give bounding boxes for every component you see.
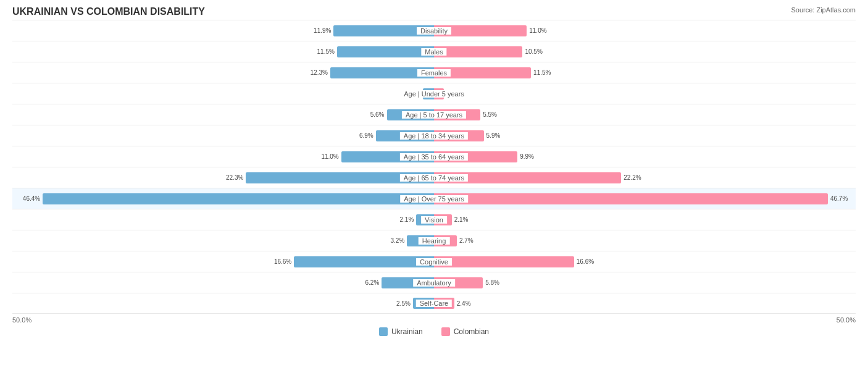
chart-row: 3.2% Hearing 2.7% xyxy=(12,230,856,251)
row-inner: 1.3% Age | Under 5 years 1.2% xyxy=(12,83,856,104)
legend-ukrainian-box xyxy=(379,327,388,336)
chart-row: 5.6% Age | 5 to 17 years 5.5% xyxy=(12,104,856,125)
row-inner: 5.6% Age | 5 to 17 years 5.5% xyxy=(12,104,856,125)
row-inner: 6.2% Ambulatory 5.8% xyxy=(12,272,856,293)
val-left: 22.3% xyxy=(226,174,243,181)
right-section: 10.5% xyxy=(434,41,856,62)
right-section: 11.0% xyxy=(434,20,856,41)
val-right: 22.2% xyxy=(624,174,641,181)
left-section: 6.2% xyxy=(12,272,434,293)
row-label: Age | Under 5 years xyxy=(400,90,468,98)
row-label: Age | Over 75 years xyxy=(400,195,468,203)
row-label: Females xyxy=(417,69,451,77)
row-inner: 6.9% Age | 18 to 34 years 5.9% xyxy=(12,125,856,146)
row-label: Hearing xyxy=(419,237,450,245)
val-right: 11.5% xyxy=(533,69,551,76)
right-section: 5.9% xyxy=(434,125,856,146)
bar-right xyxy=(434,46,522,57)
left-section: 16.6% xyxy=(12,251,434,272)
row-inner: 2.5% Self-Care 2.4% xyxy=(12,293,856,313)
val-left: 11.0% xyxy=(321,153,338,160)
right-section: 5.8% xyxy=(434,272,856,293)
left-section: 2.5% xyxy=(12,293,434,313)
row-inner: 2.1% Vision 2.1% xyxy=(12,209,856,230)
chart-row: 6.2% Ambulatory 5.8% xyxy=(12,272,856,293)
val-left: 12.3% xyxy=(311,69,328,76)
val-right: 46.7% xyxy=(830,195,848,202)
right-section: 2.4% xyxy=(434,293,856,313)
legend-colombian: Colombian xyxy=(441,327,489,336)
chart-row: 11.5% Males 10.5% xyxy=(12,41,856,62)
val-right: 5.5% xyxy=(483,111,497,118)
val-right: 10.5% xyxy=(525,48,542,55)
legend-ukrainian: Ukrainian xyxy=(379,327,423,336)
chart-row: 2.5% Self-Care 2.4% xyxy=(12,293,856,314)
bar-left xyxy=(43,193,434,204)
row-inner: 11.5% Males 10.5% xyxy=(12,41,856,62)
chart-row: 16.6% Cognitive 16.6% xyxy=(12,251,856,272)
right-section: 9.9% xyxy=(434,146,856,167)
chart-row: 2.1% Vision 2.1% xyxy=(12,209,856,230)
bar-right xyxy=(434,256,574,267)
legend-colombian-box xyxy=(441,327,450,336)
left-section: 46.4% xyxy=(12,188,434,209)
chart-row: 12.3% Females 11.5% xyxy=(12,62,856,83)
val-left: 2.5% xyxy=(396,300,411,307)
left-section: 11.9% xyxy=(12,20,434,41)
row-inner: 12.3% Females 11.5% xyxy=(12,62,856,83)
val-right: 9.9% xyxy=(520,153,534,160)
chart-area: 11.9% Disability 11.0% 11.5% Males 10.5% xyxy=(12,20,856,314)
val-left: 5.6% xyxy=(370,111,385,118)
bar-left xyxy=(337,46,434,57)
val-right: 2.4% xyxy=(457,300,471,307)
right-section: 46.7% xyxy=(434,188,856,209)
row-label: Self-Care xyxy=(416,300,452,307)
axis-left: 50.0% xyxy=(12,316,434,324)
row-label: Age | 65 to 74 years xyxy=(400,174,468,182)
val-right: 5.9% xyxy=(486,132,501,139)
row-label: Age | 18 to 34 years xyxy=(400,132,468,140)
chart-row: 46.4% Age | Over 75 years 46.7% xyxy=(12,188,856,209)
left-section: 11.0% xyxy=(12,146,434,167)
axis-row: 50.0% 50.0% xyxy=(12,314,856,324)
right-section: 22.2% xyxy=(434,167,856,188)
val-right: 2.1% xyxy=(454,216,469,223)
val-left: 11.9% xyxy=(314,27,331,34)
val-left: 46.4% xyxy=(23,195,40,202)
left-section: 3.2% xyxy=(12,230,434,251)
val-left: 11.5% xyxy=(317,48,335,55)
val-right: 16.6% xyxy=(577,258,594,265)
val-left: 6.9% xyxy=(359,132,373,139)
right-section: 2.7% xyxy=(434,230,856,251)
row-label: Age | 5 to 17 years xyxy=(402,111,466,119)
val-left: 16.6% xyxy=(274,258,291,265)
left-section: 5.6% xyxy=(12,104,434,125)
row-label: Males xyxy=(421,48,446,56)
chart-row: 11.0% Age | 35 to 64 years 9.9% xyxy=(12,146,856,167)
row-label: Age | 35 to 64 years xyxy=(400,153,468,161)
left-section: 12.3% xyxy=(12,62,434,83)
legend-ukrainian-label: Ukrainian xyxy=(391,327,423,336)
row-label: Disability xyxy=(417,27,451,35)
val-right: 5.8% xyxy=(485,279,499,286)
row-inner: 46.4% Age | Over 75 years 46.7% xyxy=(12,188,856,209)
row-label: Cognitive xyxy=(416,258,452,266)
chart-row: 6.9% Age | 18 to 34 years 5.9% xyxy=(12,125,856,146)
chart-row: 1.3% Age | Under 5 years 1.2% xyxy=(12,83,856,104)
left-section: 2.1% xyxy=(12,209,434,230)
source-label: Source: ZipAtlas.com xyxy=(791,6,856,14)
row-label: Vision xyxy=(421,216,447,224)
row-inner: 11.0% Age | 35 to 64 years 9.9% xyxy=(12,146,856,167)
axis-right: 50.0% xyxy=(434,316,856,324)
bar-left xyxy=(294,256,434,267)
legend-colombian-label: Colombian xyxy=(454,327,489,336)
right-section: 2.1% xyxy=(434,209,856,230)
left-section: 1.3% xyxy=(12,83,434,104)
bar-right xyxy=(434,193,828,204)
row-inner: 11.9% Disability 11.0% xyxy=(12,20,856,41)
left-section: 22.3% xyxy=(12,167,434,188)
left-section: 11.5% xyxy=(12,41,434,62)
chart-row: 22.3% Age | 65 to 74 years 22.2% xyxy=(12,167,856,188)
right-section: 16.6% xyxy=(434,251,856,272)
right-section: 11.5% xyxy=(434,62,856,83)
